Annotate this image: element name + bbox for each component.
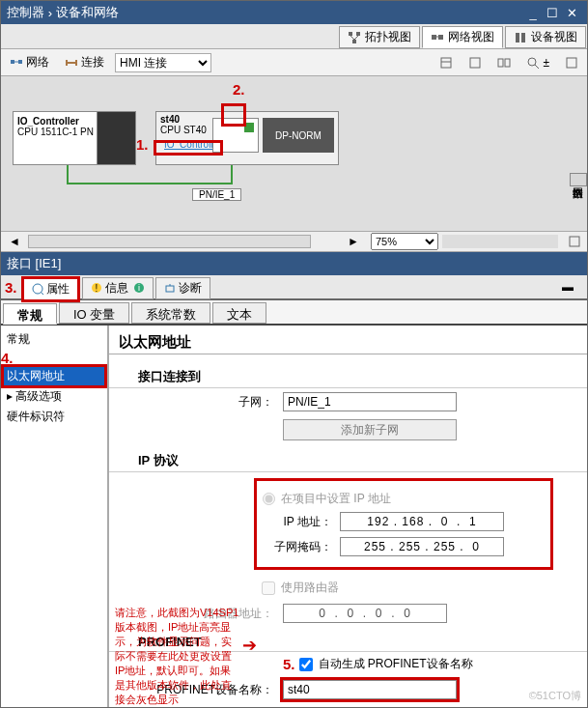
add-subnet-button[interactable]: 添加新子网 [283, 419, 457, 440]
dp-norm-indicator: DP-NORM [263, 118, 334, 153]
property-tree: 常规 4. 以太网地址 ▸ 高级选项 硬件标识符 [1, 326, 109, 707]
section-interface-connect: 接口连接到 [109, 360, 587, 388]
network-tool-icon [10, 56, 23, 70]
ip-address-input[interactable] [340, 512, 504, 531]
breadcrumb-devices[interactable]: 设备和网络 [56, 4, 119, 21]
window-close-button[interactable]: ✕ [562, 6, 581, 20]
svg-rect-19 [570, 237, 579, 246]
zoom-icon [526, 56, 540, 70]
tree-advanced[interactable]: ▸ 高级选项 [3, 386, 105, 407]
tab-device-view[interactable]: 设备视图 [505, 26, 586, 48]
svg-line-21 [41, 292, 43, 295]
zoom-in-button[interactable]: ± [521, 53, 554, 72]
zoom-select[interactable]: 75% [371, 233, 438, 250]
svg-rect-2 [352, 40, 356, 43]
breadcrumb-controller[interactable]: 控制器 [7, 4, 44, 21]
device-cpu: CPU ST40 [160, 125, 207, 135]
tab-info[interactable]: ! 信息 i [82, 277, 154, 299]
svg-rect-18 [567, 58, 576, 68]
svg-rect-13 [470, 58, 480, 68]
subtab-general[interactable]: 常规 [3, 303, 57, 325]
svg-rect-0 [349, 32, 352, 36]
callout-5: 5. [283, 656, 295, 672]
window-min-button[interactable]: _ [523, 6, 543, 20]
device-io-controller[interactable]: IO_Controller CPU 1511C-1 PN [13, 111, 136, 165]
subtab-io-variables[interactable]: IO 变量 [59, 302, 129, 324]
zoom-slider[interactable] [442, 235, 558, 248]
svg-rect-26 [166, 286, 174, 292]
annotation-note: 请注意，此截图为V14SP1版本截图，IP地址高亮显示，为软件显示问题，实际不需… [115, 606, 240, 707]
topology-icon [348, 31, 361, 44]
hmi-connection-select[interactable]: HMI 连接 [115, 53, 211, 72]
subnet-select[interactable] [283, 392, 457, 411]
info-badge-icon: i [133, 282, 145, 294]
callout-2: 2. [233, 81, 245, 98]
label-mask: 子网掩码： [263, 539, 340, 555]
tab-network-view[interactable]: 网络视图 [422, 26, 503, 48]
svg-rect-6 [516, 33, 519, 42]
expand-button[interactable] [562, 235, 587, 248]
profinet-name-input[interactable] [283, 680, 457, 699]
use-router-checkbox[interactable] [262, 581, 275, 595]
device-name: st40 [160, 114, 180, 125]
label-auto-generate: 自动生成 PROFINET设备名称 [319, 656, 473, 672]
callout-3: 3. [5, 279, 17, 296]
tree-ethernet-address[interactable]: 以太网地址 [3, 366, 105, 386]
svg-rect-7 [521, 33, 525, 42]
toolbar-icon-2[interactable] [463, 53, 487, 72]
subtab-text[interactable]: 文本 [212, 302, 266, 324]
toolbar-icon-5[interactable] [560, 53, 583, 72]
svg-rect-9 [18, 60, 22, 64]
scroll-left-button[interactable]: ◄ [1, 235, 28, 248]
svg-rect-11 [441, 58, 451, 68]
tree-general[interactable]: 常规 [3, 329, 105, 350]
network-data-side-tab[interactable]: 网络数据 [570, 173, 587, 186]
network-canvas[interactable]: IO_Controller CPU 1511C-1 PN st40 CPU ST… [1, 76, 587, 231]
svg-rect-1 [356, 32, 360, 36]
svg-text:i: i [138, 283, 140, 293]
svg-text:!: ! [95, 283, 98, 294]
subnet-mask-input[interactable] [340, 537, 504, 556]
tab-properties[interactable]: 属性 [21, 276, 80, 302]
highlight-link [154, 140, 223, 156]
section-title: 接口 [IE1] [7, 255, 61, 272]
device-icon [514, 31, 527, 44]
callout-4: 4. [1, 350, 14, 366]
subtab-system-constants[interactable]: 系统常数 [131, 302, 210, 324]
svg-rect-3 [432, 35, 436, 40]
form-heading: 以太网地址 [109, 326, 587, 354]
horizontal-scrollbar[interactable] [28, 235, 311, 248]
radio-set-in-project[interactable] [263, 493, 275, 505]
diag-icon [164, 282, 176, 294]
label-subnet: 子网： [148, 394, 283, 411]
highlight-port [221, 103, 246, 127]
highlight-ip-box: 在项目中设置 IP 地址 IP 地址： 子网掩码： [254, 478, 553, 570]
label-use-router: 使用路由器 [281, 580, 339, 596]
toolbar-icon-3[interactable] [492, 53, 516, 72]
svg-rect-15 [505, 59, 510, 67]
label-ip: IP 地址： [263, 514, 340, 530]
toolbar-icon-1[interactable] [434, 53, 458, 72]
scroll-right-button[interactable]: ► [340, 235, 367, 248]
network-button[interactable]: 网络 [5, 51, 54, 73]
connections-button[interactable]: 连接 [60, 51, 109, 73]
router-address-input [283, 604, 447, 623]
network-icon [431, 31, 444, 44]
watermark: ©51CTO博 [529, 689, 581, 703]
titlebar: 控制器 › 设备和网络 _ ☐ ✕ [1, 1, 587, 24]
svg-point-16 [528, 58, 536, 66]
svg-rect-8 [11, 60, 14, 64]
svg-rect-4 [438, 35, 443, 40]
tab-diagnostics[interactable]: 诊断 [155, 277, 210, 299]
tab-topology-view[interactable]: 拓扑视图 [339, 26, 420, 48]
label-set-in-project: 在项目中设置 IP 地址 [281, 491, 391, 507]
auto-generate-name-checkbox[interactable] [299, 658, 313, 671]
network-label[interactable]: PN/IE_1 [192, 188, 241, 201]
window-max-button[interactable]: ☐ [543, 6, 562, 20]
svg-line-17 [535, 65, 539, 69]
properties-icon [32, 283, 43, 295]
device-st40[interactable]: st40 CPU ST40 IO_Controller DP-NORM [155, 111, 339, 165]
tree-hw-id[interactable]: 硬件标识符 [3, 407, 105, 427]
callout-1: 1. [136, 136, 149, 153]
panel-collapse-button[interactable]: ▬ [552, 280, 583, 294]
